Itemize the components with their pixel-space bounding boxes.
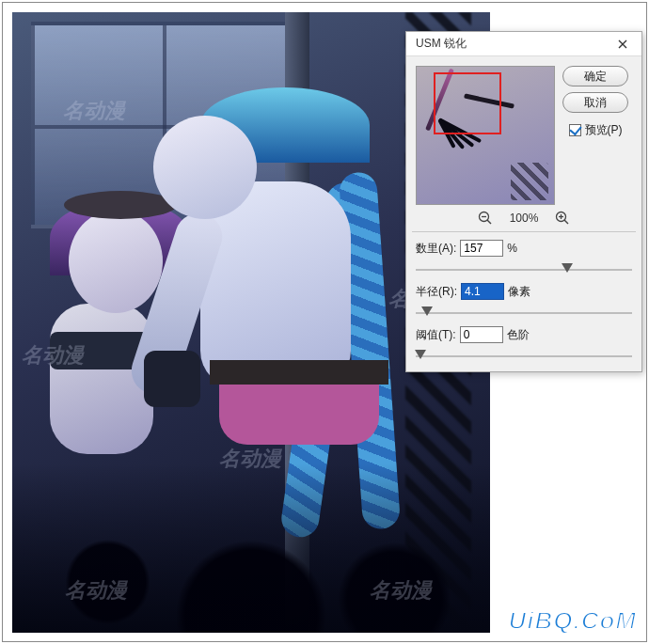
ok-button-label: 确定 — [584, 69, 607, 85]
radius-unit: 像素 — [508, 284, 530, 300]
zoom-controls: 100% — [416, 211, 632, 226]
amount-label: 数里(A): — [416, 241, 456, 257]
radius-input[interactable] — [461, 283, 504, 300]
threshold-slider-thumb[interactable] — [415, 350, 426, 359]
dialog-title: USM 锐化 — [416, 36, 609, 52]
zoom-out-button[interactable] — [478, 211, 493, 226]
dialog-body: 确定 取消 预览(P) 100% — [406, 56, 641, 371]
svg-line-4 — [564, 220, 568, 224]
ok-button[interactable]: 确定 — [562, 66, 628, 86]
threshold-label: 阈值(T): — [416, 327, 456, 343]
zoom-in-icon — [555, 211, 570, 226]
threshold-input[interactable] — [460, 326, 503, 343]
usm-sharpen-dialog: USM 锐化 确定 取消 预览(P) — [405, 31, 642, 372]
threshold-slider[interactable] — [416, 347, 632, 362]
amount-input[interactable] — [460, 240, 503, 257]
radius-slider[interactable] — [416, 304, 632, 319]
preview-checkbox[interactable] — [569, 124, 581, 136]
radius-label: 半径(R): — [416, 284, 457, 300]
preview-highlight-box — [434, 72, 501, 134]
brand-watermark: UiBQ.CoM — [508, 606, 637, 636]
svg-line-1 — [487, 220, 491, 224]
amount-slider-thumb[interactable] — [562, 263, 573, 273]
cancel-button-label: 取消 — [584, 95, 607, 111]
threshold-unit: 色阶 — [507, 327, 530, 343]
cancel-button[interactable]: 取消 — [562, 92, 628, 113]
canvas-frame: 名动漫 名动漫 名动漫 名动漫 名动漫 名动漫 USM 锐化 — [2, 2, 647, 642]
radius-field: 半径(R): 像素 — [416, 281, 632, 302]
preview-checkbox-row[interactable]: 预览(P) — [569, 122, 623, 138]
zoom-in-button[interactable] — [555, 211, 570, 226]
threshold-field: 阈值(T): 色阶 — [416, 324, 632, 345]
close-icon — [618, 39, 627, 49]
amount-field: 数里(A): % — [416, 238, 632, 259]
amount-unit: % — [507, 242, 517, 255]
zoom-level: 100% — [510, 212, 539, 225]
dialog-titlebar[interactable]: USM 锐化 — [406, 32, 641, 56]
radius-slider-thumb[interactable] — [421, 306, 433, 316]
preview-panel[interactable] — [416, 66, 555, 205]
close-button[interactable] — [609, 35, 636, 54]
amount-slider[interactable] — [416, 260, 632, 275]
zoom-out-icon — [478, 211, 493, 226]
preview-checkbox-label: 预览(P) — [585, 122, 623, 138]
